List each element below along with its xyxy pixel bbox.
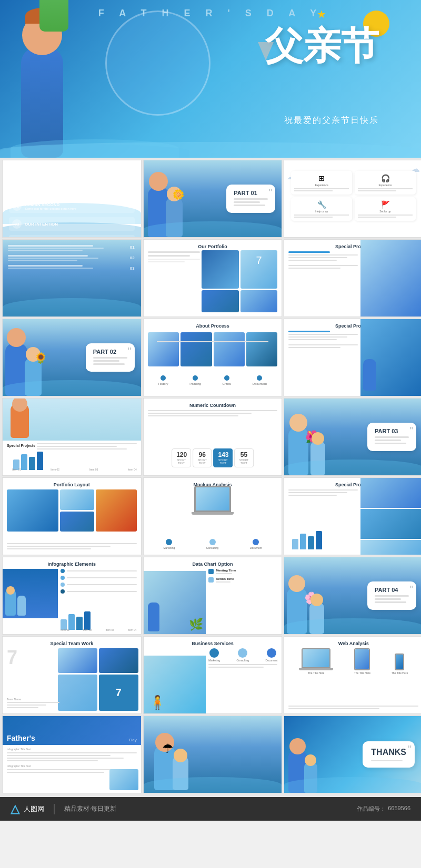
portfolio-cell-2: 7 bbox=[240, 250, 278, 289]
pll2 bbox=[7, 546, 111, 547]
team-title: Special Team Work bbox=[50, 641, 93, 646]
slide-final-mid: ☂ bbox=[143, 716, 283, 793]
card-line-3 bbox=[358, 188, 413, 189]
sp1-l4 bbox=[288, 265, 357, 266]
nd3 bbox=[148, 415, 239, 416]
sp4-chart bbox=[292, 531, 322, 549]
p2l2 bbox=[93, 360, 119, 362]
line-1 bbox=[234, 198, 268, 200]
number-boxes: 120 SHORT TEXT 96 SHORT TEXT 143 SHORT T… bbox=[172, 448, 254, 467]
info-fig-2 bbox=[17, 596, 26, 616]
dc-items: Meeting Time Action Time bbox=[208, 569, 277, 583]
card-line-7 bbox=[358, 215, 413, 216]
wave-p3 bbox=[284, 459, 421, 475]
brand-code-value: 6659566 bbox=[388, 805, 410, 813]
team-photos: 7 bbox=[58, 648, 138, 711]
p2l3 bbox=[93, 363, 125, 365]
fl-info-label: Infographic Title Text bbox=[7, 748, 137, 751]
num-label-1: SHORT TEXT bbox=[176, 458, 186, 465]
pl-photo-1 bbox=[7, 489, 58, 532]
part04-box: " PART 04 bbox=[367, 581, 416, 610]
wave-p4 bbox=[284, 618, 421, 634]
nd2 bbox=[148, 413, 252, 414]
sp3-dl1 bbox=[37, 443, 137, 444]
wa-tablet-screen bbox=[355, 649, 369, 669]
team-photo-2 bbox=[99, 648, 138, 673]
row-3: 🌻 " PART 02 About Process bbox=[2, 319, 421, 396]
portfolio-cell-1 bbox=[202, 250, 239, 289]
wa-laptop-base bbox=[299, 668, 333, 670]
pll3 bbox=[7, 548, 91, 549]
portfolio-cell-4 bbox=[240, 290, 278, 312]
line-3 bbox=[234, 205, 265, 206]
wave-part01 bbox=[144, 221, 282, 237]
icon-cards-grid: ⊞ Experience 🎧 Experience 🔧 Help us up bbox=[291, 171, 415, 221]
line-2 bbox=[234, 201, 260, 203]
step-dot-2 bbox=[193, 375, 198, 381]
connector-line bbox=[157, 341, 269, 342]
step-label-3: Critics bbox=[222, 382, 231, 385]
bs-circle-3 bbox=[267, 648, 276, 658]
wal1 bbox=[288, 706, 418, 707]
legend-dot-3 bbox=[61, 583, 65, 587]
quote-icon: " bbox=[268, 187, 272, 199]
sp4-bar-1 bbox=[292, 539, 298, 549]
num-label-2: SHORT TEXT bbox=[197, 458, 207, 465]
ttl1 bbox=[7, 702, 59, 703]
info-chart bbox=[61, 611, 91, 630]
wa-title: Web Analysis bbox=[338, 641, 369, 646]
sp4-images bbox=[360, 478, 421, 555]
fll3 bbox=[7, 758, 124, 759]
bs-svc-2: Consulting bbox=[236, 648, 249, 662]
slide-thanks: " THANKS bbox=[284, 716, 421, 793]
legend-line-3 bbox=[67, 584, 136, 585]
p3l3 bbox=[375, 443, 406, 444]
slide-icon-grid: ☁ ☁ ⊞ Experience 🎧 Experience 🔧 Hel bbox=[284, 160, 421, 238]
list-line-3 bbox=[8, 258, 98, 259]
ptl-3 bbox=[148, 259, 201, 260]
item-text-2: HUMAN SECOND Some text for the second op… bbox=[25, 202, 76, 210]
part01-label: PART 01 bbox=[234, 190, 268, 196]
hero-title-chinese: 父亲节 bbox=[265, 21, 379, 72]
bottom-branding-bar: △ 人图网 精品素材·每日更新 作品编号： 6659566 bbox=[0, 797, 421, 821]
bs-person-icon: 🧍 bbox=[149, 695, 166, 711]
dc-item-title-1: Meeting Time bbox=[216, 569, 236, 572]
item-text-3: OUR INTENTION bbox=[25, 222, 58, 227]
chart-label-2: Item 02 bbox=[51, 468, 59, 471]
list-line-5 bbox=[8, 268, 93, 269]
process-photos bbox=[148, 332, 278, 366]
fm-kid-head bbox=[174, 749, 187, 762]
legend-3 bbox=[61, 583, 136, 587]
pl-photo-4 bbox=[96, 489, 137, 532]
list-title-1 bbox=[8, 245, 93, 247]
fll1 bbox=[7, 752, 137, 753]
sp3-chart bbox=[13, 452, 43, 470]
sp1-image bbox=[360, 240, 421, 316]
m-circle-1 bbox=[166, 539, 172, 545]
card-line-6 bbox=[294, 217, 333, 218]
portfolio-title: Our Portfolio bbox=[198, 244, 227, 249]
slide-special-proj-4: Special Projects bbox=[284, 477, 421, 555]
num-box-4: 55 SHORT TEXT bbox=[234, 448, 254, 467]
slide-team-work: Special Team Work 7 7 Team Name bbox=[2, 636, 142, 714]
wa-laptop-screen bbox=[303, 649, 329, 667]
p3l1 bbox=[375, 436, 409, 438]
row-6: Infographic Elements bbox=[2, 557, 421, 635]
slide-data-chart: Data Chart Option 🌿 Meeting Time bbox=[143, 557, 283, 635]
num-val-4: 55 bbox=[239, 451, 249, 458]
bs-l2 bbox=[208, 667, 264, 668]
portfolio-inner-grid: 7 bbox=[202, 250, 277, 312]
chart-label-4: Item 04 bbox=[128, 468, 137, 471]
slide-numeric: Numeric Countdown 120 SHORT TEXT 96 SHOR… bbox=[143, 398, 283, 476]
p4l2 bbox=[375, 598, 401, 600]
num-val-2: 96 bbox=[197, 451, 207, 458]
team-big-number: 7 bbox=[7, 648, 17, 667]
info-title: Infographic Elements bbox=[48, 561, 96, 567]
fig1-head bbox=[149, 172, 168, 191]
sp4-text bbox=[288, 489, 357, 496]
num-box-2: 96 SHORT TEXT bbox=[193, 448, 212, 467]
icon-card-4: 🚩 Set for up bbox=[355, 197, 416, 221]
num-box-1: 120 SHORT TEXT bbox=[172, 448, 191, 467]
process-steps: History Painting Critics Document bbox=[148, 375, 278, 385]
wa-laptop bbox=[302, 648, 330, 668]
